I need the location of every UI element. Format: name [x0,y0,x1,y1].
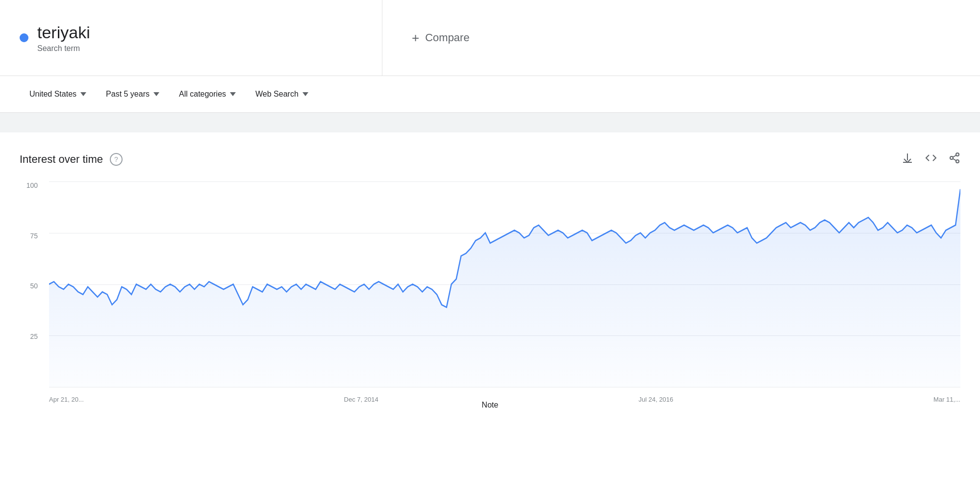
svg-line-3 [953,159,956,161]
y-axis-labels: 25 50 75 100 [20,181,42,387]
chart-title-area: Interest over time ? [20,153,123,166]
search-type-label: Web Search [255,90,299,99]
location-filter[interactable]: United States [20,85,96,103]
category-filter[interactable]: All categories [169,85,246,103]
search-term-dot [20,33,28,42]
grid-line-0 [49,387,960,387]
chart-actions [902,152,960,167]
share-button[interactable] [949,152,960,167]
compare-button[interactable]: + Compare [412,30,470,46]
x-axis-labels: Apr 21, 20... Dec 7, 2014 Jul 24, 2016 M… [49,390,960,417]
y-label-50: 50 [20,282,42,290]
time-range-filter[interactable]: Past 5 years [96,85,169,103]
category-chevron-icon [230,92,236,96]
chart-section: Interest over time ? [0,132,980,427]
search-type-chevron-icon [302,92,308,96]
x-label-1: Apr 21, 20... [49,396,84,403]
trend-chart-svg [49,181,960,387]
search-term-subtitle: Search term [37,44,90,53]
svg-point-1 [950,156,953,159]
term-text: teriyaki Search term [37,23,90,53]
help-icon[interactable]: ? [110,153,123,166]
search-type-filter[interactable]: Web Search [246,85,318,103]
embed-button[interactable] [925,152,937,167]
location-label: United States [29,90,76,99]
download-button[interactable] [902,152,913,167]
compare-area: + Compare [382,0,980,76]
x-label-4: Mar 11,... [933,396,960,403]
chart-inner [49,181,960,387]
chart-header: Interest over time ? [20,152,960,167]
svg-line-4 [953,155,956,157]
svg-point-2 [956,160,959,163]
y-label-75: 75 [20,232,42,240]
x-label-2: Dec 7, 2014 [344,396,378,403]
compare-label: Compare [425,31,469,44]
category-label: All categories [179,90,226,99]
x-label-3: Jul 24, 2016 [638,396,673,403]
search-term-title: teriyaki [37,23,90,43]
chart-title: Interest over time [20,153,103,166]
svg-point-0 [956,153,959,156]
filters-section: United States Past 5 years All categorie… [0,76,980,113]
chart-container: 25 50 75 100 [20,181,960,417]
time-range-label: Past 5 years [106,90,150,99]
chart-area-fill [49,189,960,387]
location-chevron-icon [80,92,86,96]
chart-note-label: Note [482,401,499,409]
y-label-100: 100 [20,181,42,189]
time-range-chevron-icon [153,92,159,96]
search-term-area: teriyaki Search term [0,0,382,76]
gray-bar [0,113,980,132]
compare-plus-icon: + [412,30,419,46]
y-label-25: 25 [20,333,42,340]
header-section: teriyaki Search term + Compare [0,0,980,76]
